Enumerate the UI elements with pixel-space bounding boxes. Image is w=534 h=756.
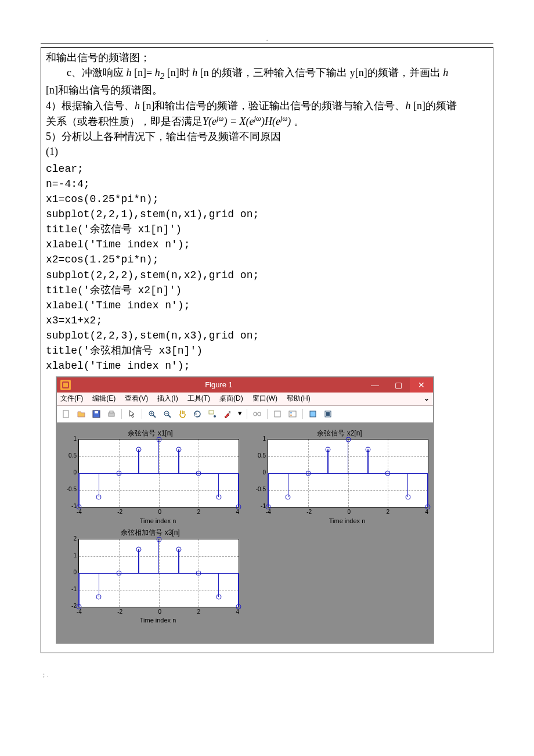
svg-rect-4 (110, 411, 113, 413)
plot-title: 余弦信号 x2[n] (251, 429, 428, 438)
t: [n]的频谱 (411, 100, 457, 111)
pointer-icon[interactable] (125, 408, 138, 420)
subplot: 余弦信号 x1[n]10.50-0.5-1-4-2024Time index n (62, 429, 239, 526)
plot-box[interactable] (268, 439, 428, 507)
plot-area: 余弦信号 x1[n]10.50-0.5-1-4-2024Time index n… (57, 423, 433, 643)
subplot: 余弦相加信号 x3[n]210-1-2-4-2024Time index n (62, 528, 239, 625)
menu-more-icon[interactable]: ⌄ (424, 394, 430, 404)
t: 关系（或卷积性质），即是否满足 (46, 116, 203, 127)
text-line: 和输出信号的频谱图； (46, 50, 488, 65)
svg-rect-18 (275, 411, 280, 417)
svg-rect-2 (95, 411, 98, 413)
subplot: 余弦信号 x2[n]10.50-0.5-1-4-2024Time index n (251, 429, 428, 526)
window-title: Figure 1 (74, 380, 363, 391)
save-icon[interactable] (90, 408, 103, 420)
menu-insert[interactable]: 插入(I) (157, 394, 178, 404)
t: 。 (291, 116, 304, 127)
ital-h: h (406, 100, 411, 111)
ital-h: h (192, 67, 197, 78)
page-header: . (41, 35, 493, 44)
titlebar[interactable]: Figure 1 — ▢ ✕ (57, 377, 433, 393)
ital-h: h (135, 100, 140, 111)
toolbar[interactable]: ▾ (57, 406, 433, 423)
svg-rect-3 (109, 413, 114, 416)
x-axis-ticks: -4-2024 (266, 507, 428, 517)
colorbar-icon[interactable] (271, 408, 284, 420)
text-line: [n]和输出信号的频谱图。 (46, 82, 488, 98)
t: c、冲激响应 (67, 67, 127, 78)
svg-line-6 (153, 415, 156, 417)
svg-rect-24 (326, 412, 330, 416)
minimize-button[interactable]: — (363, 377, 387, 393)
maximize-button[interactable]: ▢ (387, 377, 410, 393)
svg-rect-12 (209, 411, 214, 414)
text-line: (1) (46, 144, 488, 159)
link-icon[interactable] (251, 408, 264, 420)
menu-edit[interactable]: 编辑(E) (92, 394, 116, 404)
datatip-icon[interactable] (206, 408, 219, 420)
legend-icon[interactable] (286, 408, 299, 420)
t: [n 的频谱，三种输入信号下输出 y[n]的频谱，并画出 (197, 67, 443, 78)
menu-file[interactable]: 文件(F) (60, 394, 83, 404)
page-footer: ；. (41, 671, 493, 679)
plot-box[interactable] (78, 439, 239, 507)
matlab-icon (60, 380, 71, 390)
text-line: c、冲激响应 h [n]= h2 [n]时 h [n 的频谱，三种输入信号下输出… (46, 65, 488, 82)
svg-line-10 (168, 415, 171, 417)
menu-desktop[interactable]: 桌面(D) (219, 394, 243, 404)
close-button[interactable]: ✕ (410, 377, 433, 393)
ital-h: h (127, 67, 132, 78)
rotate-icon[interactable] (191, 408, 204, 420)
svg-point-13 (214, 415, 216, 417)
text-line: 关系（或卷积性质），即是否满足Y(ejω) = X(ejω)H(ejω) 。 (46, 113, 488, 129)
ital-h: h (155, 67, 160, 78)
print-icon[interactable] (105, 408, 118, 420)
x-axis-ticks: -4-2024 (77, 507, 239, 517)
grid-icon[interactable] (306, 408, 319, 420)
figure-window-wrap: Figure 1 — ▢ ✕ 文件(F) 编辑(E) 查看(V) 插入(I) 工… (56, 377, 482, 643)
y-axis-ticks: 210-1-2 (62, 539, 78, 606)
plot-title: 余弦信号 x1[n] (62, 429, 239, 438)
axes-icon[interactable] (322, 408, 334, 420)
svg-rect-0 (63, 411, 68, 417)
t: [n]= (132, 67, 155, 78)
svg-rect-19 (289, 411, 296, 417)
menu-window[interactable]: 窗口(W) (252, 394, 277, 404)
zoom-out-icon[interactable] (161, 408, 174, 420)
y-axis-ticks: 10.50-0.5-1 (251, 439, 268, 506)
formula: Y(ejω) = X(ejω)H(ejω) (203, 116, 291, 127)
ital-h: h (443, 67, 448, 78)
text-line: 4）根据输入信号、h [n]和输出信号的频谱，验证输出信号的频谱与输入信号、h … (46, 98, 488, 113)
x-axis-label: Time index n (266, 517, 428, 526)
svg-rect-14 (229, 411, 230, 413)
pan-icon[interactable] (176, 408, 189, 420)
text-line: 5）分析以上各种情况下，输出信号及频谱不同原因 (46, 129, 488, 144)
x-axis-ticks: -4-2024 (77, 607, 239, 617)
code-block: clear; n=-4:4; x1=cos(0.25*pi*n); subplo… (46, 161, 488, 373)
menu-tools[interactable]: 工具(T) (187, 394, 210, 404)
figure-window: Figure 1 — ▢ ✕ 文件(F) 编辑(E) 查看(V) 插入(I) 工… (56, 377, 434, 643)
menu-view[interactable]: 查看(V) (125, 394, 148, 404)
zoom-in-icon[interactable] (146, 408, 158, 420)
t: [n]时 (164, 67, 192, 78)
content-box: 和输出信号的频谱图； c、冲激响应 h [n]= h2 [n]时 h [n 的频… (41, 47, 493, 653)
x-axis-label: Time index n (77, 517, 239, 526)
svg-rect-22 (310, 411, 316, 417)
dropdown-icon[interactable]: ▾ (236, 408, 243, 420)
x-axis-label: Time index n (77, 616, 239, 625)
plot-box[interactable] (78, 539, 239, 607)
t: 4）根据输入信号、 (46, 100, 135, 111)
open-icon[interactable] (75, 408, 88, 420)
t: [n]和输出信号的频谱，验证输出信号的频谱与输入信号、 (140, 100, 406, 111)
plot-title: 余弦相加信号 x3[n] (62, 528, 239, 538)
menubar[interactable]: 文件(F) 编辑(E) 查看(V) 插入(I) 工具(T) 桌面(D) 窗口(W… (57, 393, 433, 405)
brush-icon[interactable] (221, 408, 234, 420)
menu-help[interactable]: 帮助(H) (287, 394, 311, 404)
y-axis-ticks: 10.50-0.5-1 (62, 439, 78, 506)
new-icon[interactable] (60, 408, 73, 420)
